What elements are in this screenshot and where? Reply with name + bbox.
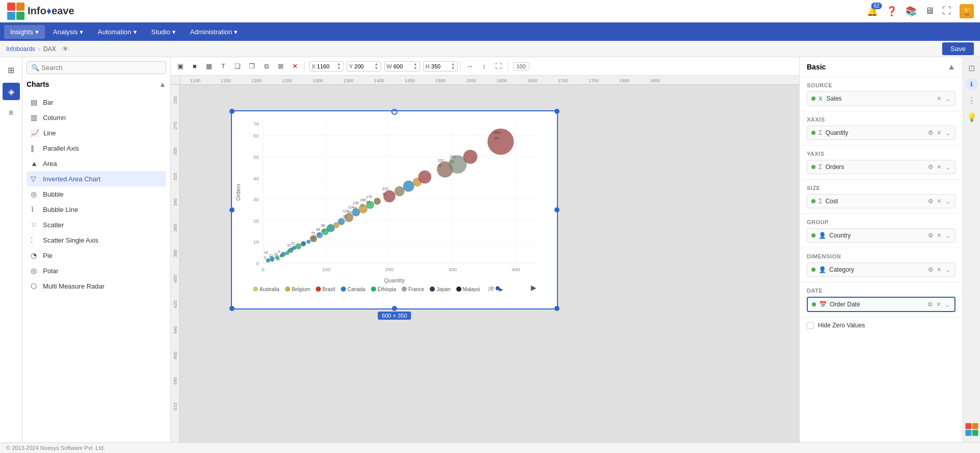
chart-item-radar[interactable]: ⬡ Multi Measure Radar xyxy=(27,278,166,294)
h-down-arrow[interactable]: ▼ xyxy=(451,66,455,70)
rp-info-icon[interactable]: ℹ xyxy=(966,78,978,90)
chart-item-scatter-single[interactable]: ⁚ Scatter Single Axis xyxy=(27,232,166,248)
h-input[interactable] xyxy=(431,63,450,69)
tb-paste-btn[interactable]: ❒ xyxy=(245,60,259,73)
svg-text:1600: 1600 xyxy=(497,78,507,83)
view-icon[interactable]: 👁 xyxy=(62,45,69,53)
chart-item-polar[interactable]: ◎ Polar xyxy=(27,263,166,278)
tb-fullscreen-btn[interactable]: ⛶ xyxy=(492,60,505,73)
search-input[interactable] xyxy=(41,64,161,71)
size-status-dot xyxy=(811,199,815,203)
handle-bottom-center[interactable] xyxy=(392,306,397,311)
chart-item-bubble[interactable]: ◎ Bubble xyxy=(27,186,166,202)
sidebar-layers-btn[interactable]: ⊞ xyxy=(3,61,20,79)
w-down-arrow[interactable]: ▼ xyxy=(413,66,417,70)
props-dimension-field: 👤 Category ⚙ ✕ ⌄ xyxy=(807,263,955,277)
chart-item-column[interactable]: ▥ Column xyxy=(27,110,166,125)
menu-item-administration[interactable]: Administration ▾ xyxy=(184,25,244,39)
props-panel: Basic ▲ Source X Sales ✕ ⌄ XAxis Σ Quant… xyxy=(799,57,963,453)
svg-text:1750: 1750 xyxy=(589,78,599,83)
date-clear-btn[interactable]: ✕ xyxy=(936,301,941,308)
bar-icon: ▤ xyxy=(31,98,39,106)
props-collapse-icon[interactable]: ▲ xyxy=(947,62,955,71)
hide-zero-checkbox[interactable] xyxy=(807,322,814,329)
size-clear-btn[interactable]: ✕ xyxy=(937,198,942,205)
handle-bottom-right[interactable] xyxy=(554,306,559,311)
save-button[interactable]: Save xyxy=(942,42,974,55)
user-avatar[interactable]: 🏆 xyxy=(960,4,974,18)
ruler-corner xyxy=(171,76,180,85)
tb-image-btn[interactable]: ▦ xyxy=(202,60,216,73)
source-expand-btn[interactable]: ⌄ xyxy=(945,94,951,103)
xaxis-expand-btn[interactable]: ⌄ xyxy=(945,129,951,137)
charts-collapse-icon[interactable]: ▲ xyxy=(159,80,166,88)
group-expand-btn[interactable]: ⌄ xyxy=(945,231,951,240)
tb-shape-btn[interactable]: ■ xyxy=(188,60,201,73)
chart-item-pie[interactable]: ◔ Pie xyxy=(27,248,166,263)
notification-icon[interactable]: 🔔 62 xyxy=(867,6,878,17)
source-clear-btn[interactable]: ✕ xyxy=(937,95,942,102)
yaxis-clear-btn[interactable]: ✕ xyxy=(937,163,942,171)
handle-top-right[interactable] xyxy=(554,109,559,114)
legend-next-btn[interactable]: ▶ xyxy=(499,287,503,292)
expand-icon[interactable]: ⛶ xyxy=(942,6,951,16)
menu-item-insights[interactable]: Insights ▾ xyxy=(4,25,45,39)
excel-icon: X xyxy=(819,96,822,102)
yaxis-settings-btn[interactable]: ⚙ xyxy=(928,163,934,171)
handle-bottom-left[interactable] xyxy=(229,306,235,311)
x-input[interactable] xyxy=(317,63,335,69)
handle-mid-left[interactable] xyxy=(229,207,235,212)
tb-group-btn[interactable]: ⧉ xyxy=(260,60,273,73)
tb-text-btn[interactable]: T xyxy=(217,60,230,73)
chart-widget[interactable]: 0 10 20 30 40 50 60 70 0 xyxy=(231,110,558,309)
help-icon[interactable]: ❓ xyxy=(886,6,897,17)
chart-item-area[interactable]: ▲ Area xyxy=(27,156,166,171)
w-input[interactable] xyxy=(393,63,412,69)
chart-item-scatter[interactable]: ⁙ Scatter xyxy=(27,217,166,232)
tb-lock-btn[interactable]: ⊠ xyxy=(274,60,287,73)
rp-dots-icon[interactable]: ⋮ xyxy=(966,93,978,107)
tb-align-v-btn[interactable]: ↕ xyxy=(478,60,491,73)
tb-delete-btn[interactable]: ✕ xyxy=(288,60,301,73)
date-expand-btn[interactable]: ⌄ xyxy=(944,300,950,308)
rp-filter-icon[interactable]: ⊡ xyxy=(966,61,977,75)
monitor-icon[interactable]: 🖥 xyxy=(925,6,934,16)
menu-item-analysis[interactable]: Analysis ▾ xyxy=(47,25,89,39)
handle-top-left[interactable] xyxy=(229,109,235,114)
tb-align-h-btn[interactable]: ↔ xyxy=(463,60,477,73)
y-down-arrow[interactable]: ▼ xyxy=(375,66,379,70)
size-settings-btn[interactable]: ⚙ xyxy=(928,198,934,205)
chart-item-bar[interactable]: ▤ Bar xyxy=(27,94,166,110)
xaxis-settings-btn[interactable]: ⚙ xyxy=(928,129,934,136)
xaxis-clear-btn[interactable]: ✕ xyxy=(937,129,942,136)
dimension-settings-btn[interactable]: ⚙ xyxy=(928,266,934,273)
sidebar-chart-btn[interactable]: ◈ xyxy=(3,83,20,100)
size-expand-btn[interactable]: ⌄ xyxy=(945,197,951,205)
dimension-expand-btn[interactable]: ⌄ xyxy=(945,266,951,274)
chart-item-parallel[interactable]: ∥ Parallel Axis xyxy=(27,140,166,156)
yaxis-expand-btn[interactable]: ⌄ xyxy=(945,163,951,171)
handle-top-center[interactable] xyxy=(391,109,398,115)
dimension-clear-btn[interactable]: ✕ xyxy=(937,266,942,273)
x-down-arrow[interactable]: ▼ xyxy=(337,66,341,70)
props-yaxis-field: Σ Orders ⚙ ✕ ⌄ xyxy=(807,160,955,174)
sidebar-stack-btn[interactable]: ≡ xyxy=(3,104,20,122)
menu-item-studio[interactable]: Studio ▾ xyxy=(145,25,182,39)
chart-item-bubble-line[interactable]: ⌇ Bubble Line xyxy=(27,202,166,217)
group-clear-btn[interactable]: ✕ xyxy=(937,232,942,239)
tb-select-btn[interactable]: ▣ xyxy=(174,60,187,73)
svg-text:1250: 1250 xyxy=(282,78,292,83)
menu-item-automation[interactable]: Automation ▾ xyxy=(91,25,143,39)
props-xaxis-label: XAxis xyxy=(807,116,955,123)
breadcrumb-infoboards[interactable]: Infoboards xyxy=(6,45,35,53)
handle-mid-right[interactable] xyxy=(554,207,559,212)
chart-item-line[interactable]: 📈 Line xyxy=(27,125,166,140)
book-icon[interactable]: 📚 xyxy=(905,6,917,17)
date-settings-btn[interactable]: ⚙ xyxy=(927,301,933,308)
group-settings-btn[interactable]: ⚙ xyxy=(928,232,934,239)
date-status-dot xyxy=(812,302,816,306)
tb-copy-btn[interactable]: ❑ xyxy=(231,60,244,73)
y-input[interactable] xyxy=(355,63,373,69)
rp-lightbulb-icon[interactable]: 💡 xyxy=(965,110,979,124)
chart-item-inverted[interactable]: ▽ Inverted Area Chart xyxy=(27,171,166,186)
